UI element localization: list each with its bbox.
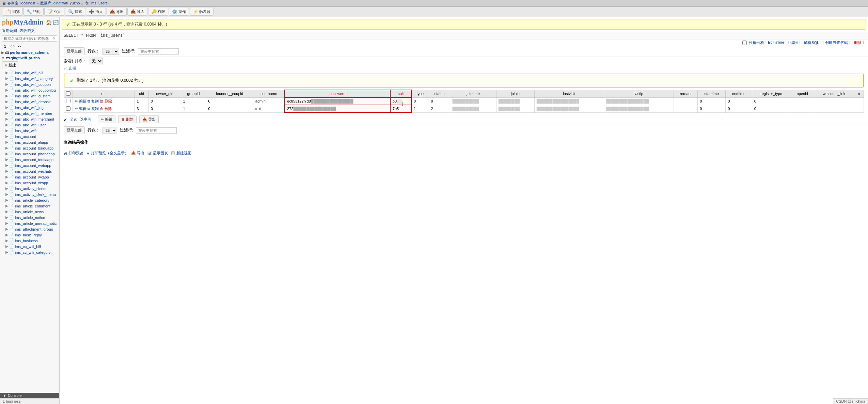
table-name[interactable]: ims_account_wechats bbox=[15, 169, 52, 173]
show-chart-link[interactable]: 📊 显示图表 bbox=[147, 151, 168, 156]
row1-edit-btn[interactable]: ✏ 编辑 bbox=[75, 99, 86, 104]
parse-sql-link[interactable]: 解析SQL bbox=[804, 40, 819, 45]
sidebar-table-item[interactable]: ▶ 📄 ims_article_unread_notic bbox=[0, 220, 59, 226]
sidebar-table-item[interactable]: ▶ 📄 ims_abc_wifi_coupon bbox=[0, 81, 59, 87]
table-name[interactable]: ims_article_notice bbox=[15, 216, 45, 220]
breadcrumb-db[interactable]: 数据库: qingtiwifi_yuzho bbox=[40, 1, 80, 6]
table-name[interactable]: ims_abc_wifi_member bbox=[15, 111, 52, 115]
table-name[interactable]: ims_abc_wifi_couponlog bbox=[15, 88, 56, 92]
perf-checkbox[interactable] bbox=[742, 40, 747, 45]
sidebar-table-item[interactable]: ▶ 📄 ims_basic_reply bbox=[0, 232, 59, 238]
db-qingtiwifi[interactable]: ▼ 🗃 qingtiwifi_yuzho bbox=[0, 55, 59, 61]
table-name[interactable]: ims_account_toutiaapp bbox=[15, 158, 53, 162]
table-name[interactable]: ims_account_webapp bbox=[15, 164, 51, 168]
header-username[interactable]: username bbox=[253, 90, 285, 97]
table-name[interactable]: ims_article_unread_notic bbox=[15, 221, 57, 226]
sidebar-table-item[interactable]: ▶ 📄 ims_article_category bbox=[0, 197, 59, 203]
header-remark[interactable]: remark bbox=[674, 90, 697, 97]
sidebar-table-item[interactable]: ▶ 📄 ims_article_news bbox=[0, 209, 59, 215]
export-results-link[interactable]: 📤 导出 bbox=[131, 151, 144, 156]
print-preview-link[interactable]: 🖨 打印预览 bbox=[64, 151, 83, 156]
toolbar-triggers-btn[interactable]: ⚡触发器 bbox=[190, 8, 214, 16]
edit-inline-link[interactable]: Edit inline bbox=[768, 40, 784, 45]
delete-link[interactable]: 删除 bbox=[854, 40, 862, 45]
sidebar-table-item[interactable]: ▶ 📄 ims_account_xzapp bbox=[0, 180, 59, 186]
table-name[interactable]: ims_abc_wifi_user bbox=[15, 123, 46, 127]
bottom-export-btn[interactable]: 📤 导出 bbox=[139, 115, 159, 123]
sidebar-table-item[interactable]: ▶ 📄 ims_account_wechats bbox=[0, 168, 59, 174]
refresh-icon[interactable]: 🔄 bbox=[53, 20, 59, 25]
toolbar-browse-btn[interactable]: 📋浏览 bbox=[3, 8, 23, 16]
header-founder-groupid[interactable]: founder_groupid bbox=[206, 90, 253, 97]
header-groupid[interactable]: groupid bbox=[181, 90, 206, 97]
row1-delete-btn[interactable]: 🗑 删除 bbox=[100, 99, 112, 104]
select-all-checkbox[interactable] bbox=[66, 91, 70, 96]
header-salt[interactable]: salt bbox=[390, 90, 411, 97]
header-joindate[interactable]: joindate bbox=[450, 90, 496, 97]
table-name[interactable]: ims_account_wxapp bbox=[15, 175, 49, 179]
sidebar-table-item[interactable]: ▶ 📄 ims_activity_clerks bbox=[0, 186, 59, 191]
table-name[interactable]: ims_activity_clerk_menu bbox=[15, 192, 56, 197]
table-name[interactable]: ims_cc_wifi_bill bbox=[15, 245, 41, 249]
table-name[interactable]: ims_account bbox=[15, 135, 36, 139]
toolbar-export-btn[interactable]: 📤导出 bbox=[107, 8, 127, 16]
sidebar-table-item[interactable]: ▶ 📄 ims_abc_wifi_merchant bbox=[0, 116, 59, 122]
table-name[interactable]: ims_abc_wifi_custom bbox=[15, 94, 51, 98]
header-openid[interactable]: openid bbox=[791, 90, 814, 97]
toolbar-operations-btn[interactable]: ⚙️操作 bbox=[169, 8, 189, 16]
header-endtime[interactable]: endtime bbox=[726, 90, 752, 97]
rows-select[interactable]: 25 50 100 bbox=[102, 48, 119, 55]
breadcrumb-server[interactable]: 咨询室: localhost bbox=[7, 1, 35, 6]
sidebar-table-item[interactable]: ▶ 📄 ims_abc_wifi bbox=[0, 128, 59, 134]
console-toggle[interactable]: ▼ Console bbox=[0, 393, 59, 398]
table-name[interactable]: ims_basic_reply bbox=[15, 233, 42, 237]
toolbar-insert-btn[interactable]: ➕插入 bbox=[86, 8, 106, 16]
filter-input[interactable] bbox=[138, 48, 179, 55]
table-name[interactable]: ims_abc_wifi_log bbox=[15, 106, 44, 110]
toolbar-search-btn[interactable]: 🔍搜索 bbox=[65, 8, 85, 16]
header-starttime[interactable]: starttime bbox=[698, 90, 726, 97]
row2-edit-btn[interactable]: ✏ 编辑 bbox=[75, 106, 86, 111]
sidebar-table-item[interactable]: ▶ 📄 ims_account_phoneapp bbox=[0, 151, 59, 157]
table-name[interactable]: ims_abc_wifi_category bbox=[15, 77, 53, 81]
create-php-link[interactable]: 创建PHP代码 bbox=[825, 40, 848, 45]
table-name[interactable]: ims_account_aliapp bbox=[15, 140, 48, 144]
perf-analysis-link[interactable]: 性能分析 bbox=[749, 40, 764, 45]
show-all-btn[interactable]: 显示全部 bbox=[64, 47, 85, 55]
row2-delete-btn[interactable]: 🗑 删除 bbox=[100, 106, 112, 111]
sidebar-table-item[interactable]: ▶ 📄 ims_cc_wifi_category bbox=[0, 249, 59, 255]
table-name[interactable]: ims_account_xzapp bbox=[15, 181, 48, 185]
toolbar-privileges-btn[interactable]: 🔑权限 bbox=[148, 8, 168, 16]
table-name[interactable]: ims_activity_clerks bbox=[15, 187, 46, 191]
header-welcome-link[interactable]: welcome_link bbox=[814, 90, 854, 97]
bottom-edit-btn[interactable]: ✏ 编辑 bbox=[98, 115, 115, 123]
table-name[interactable]: ims_account_baiduapp bbox=[15, 146, 53, 150]
table-name[interactable]: ims_article_comment bbox=[15, 204, 50, 208]
home-icon[interactable]: 🏠 bbox=[46, 20, 52, 25]
header-type[interactable]: type bbox=[411, 90, 429, 97]
sidebar-table-item[interactable]: ▶ 📄 ims_article_notice bbox=[0, 215, 59, 220]
edit-link[interactable]: 编辑 bbox=[790, 40, 798, 45]
sidebar-table-item[interactable]: ▶ 📄 ims_account_aliapp bbox=[0, 139, 59, 145]
sidebar-table-item[interactable]: ▶ 📄 ims_attachment_group bbox=[0, 226, 59, 232]
table-name[interactable]: ims_abc_wifi_deposit bbox=[15, 100, 51, 104]
bottom-show-all-btn[interactable]: 显示全部 bbox=[64, 126, 85, 134]
bottom-filter-input[interactable] bbox=[136, 127, 177, 134]
sidebar-table-item[interactable]: ▶ 📄 ims_abc_wifi_deposit bbox=[0, 99, 59, 105]
header-register-type[interactable]: register_type bbox=[752, 90, 791, 97]
db-name-qingtiwifi[interactable]: qingtiwifi_yuzho bbox=[11, 56, 40, 60]
toolbar-structure-btn[interactable]: 🔧结构 bbox=[23, 8, 44, 16]
header-owner-uid[interactable]: owner_uid bbox=[148, 90, 181, 97]
row1-copy-btn[interactable]: ⧉ 复制 bbox=[88, 99, 99, 104]
page-prev-btn[interactable]: 1 bbox=[2, 44, 8, 49]
sort-select[interactable]: 无 bbox=[89, 58, 103, 64]
table-name[interactable]: ims_attachment_group bbox=[15, 227, 53, 231]
sidebar-table-item[interactable]: ▶ 📄 ims_abc_wifi_custom bbox=[0, 93, 59, 99]
sidebar-table-item[interactable]: ▶ 📄 ims_article_comment bbox=[0, 203, 59, 209]
sidebar-table-item[interactable]: ▶ 📄 ims_cc_wifi_bill bbox=[0, 244, 59, 249]
sidebar-table-item[interactable]: ▶ 📄 ims_abc_wifi_log bbox=[0, 105, 59, 110]
sidebar-table-item[interactable]: ▶ 📄 ims_activity_clerk_menu bbox=[0, 191, 59, 197]
db-performance-schema[interactable]: ▶ 🗃 performance_schema bbox=[0, 50, 59, 55]
sidebar-table-item[interactable]: ▶ 📄 ims_account_webapp bbox=[0, 162, 59, 168]
header-joinip[interactable]: joinip bbox=[496, 90, 534, 97]
